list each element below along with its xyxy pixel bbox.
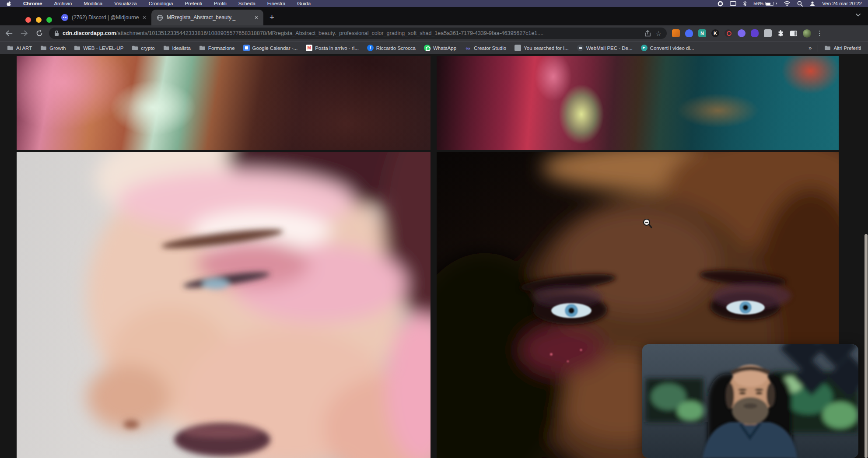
bookmark-label: Altri Preferiti [833,45,861,51]
bookmark-folder-growth[interactable]: Growth [40,45,66,51]
back-icon[interactable] [5,30,13,36]
bookmark-gmail-inbox[interactable]: M Posta in arrivo - ri... [306,45,359,51]
menu-item-modifica[interactable]: Modifica [84,1,102,6]
tab-close-icon[interactable]: × [143,14,146,21]
folder-icon [132,45,138,51]
bookmark-label: idealista [172,45,191,51]
chrome-menu-icon[interactable]: ⋮ [816,29,823,37]
grid-image-bottom-left[interactable] [17,152,430,458]
menu-item-cronologia[interactable]: Cronologia [149,1,173,6]
globe-favicon [157,14,163,21]
menu-item-visualizza[interactable]: Visualizza [114,1,137,6]
meta-infinity-icon: ∞ [465,45,471,51]
fullscreen-window-button[interactable] [46,17,52,23]
menu-item-profili[interactable]: Profili [214,1,227,6]
bookmark-folder-web-level-up[interactable]: WEB - LEVEL-UP [74,45,123,51]
url-text[interactable]: cdn.discordapp.com/attachments/101351233… [63,30,641,36]
folder-icon [40,45,47,51]
extensions-puzzle-icon[interactable] [777,30,784,37]
bookmark-star-icon[interactable]: ☆ [656,30,662,37]
bluetooth-icon[interactable] [743,1,747,7]
google-calendar-icon [243,45,250,51]
close-window-button[interactable] [25,17,31,23]
folder-icon [199,45,206,51]
tab-search-chevron-icon[interactable] [855,13,861,17]
bookmark-label: crypto [141,45,154,51]
bookmark-label: Posta in arrivo - ri... [315,45,359,51]
battery-icon [765,2,774,6]
folder-icon [163,45,170,51]
blue-extension-icon[interactable] [685,29,693,37]
forward-icon[interactable] [21,30,28,36]
bookmark-webmail-pec[interactable]: WebMail PEC - De... [577,45,633,51]
side-panel-icon[interactable] [790,30,798,37]
menu-item-scheda[interactable]: Scheda [238,1,256,6]
address-bar[interactable]: cdn.discordapp.com/attachments/101351233… [49,28,667,39]
bookmark-folder-ai-art[interactable]: AI ART [7,45,32,51]
apple-menu-icon[interactable] [6,1,11,7]
window-controls [25,17,52,23]
menu-item-guida[interactable]: Guida [297,1,311,6]
chrome-toolbar: cdn.discordapp.com/attachments/101351233… [0,25,868,41]
new-tab-button[interactable]: + [263,10,280,25]
webmail-icon [577,45,584,51]
tab-title: (2762) Discord | @Midjourney [72,14,139,21]
menu-item-chrome[interactable]: Chrome [23,1,42,6]
bookmark-folder-crypto[interactable]: crypto [132,45,154,51]
recording-icon[interactable] [718,1,723,7]
grid-image-top-left[interactable] [17,56,430,150]
bookmarks-divider [818,45,818,52]
webcam-overlay [642,344,858,458]
lock-icon[interactable] [54,30,59,36]
bookmark-label: Riccardo Scrocca [376,45,416,51]
tab-close-icon[interactable]: × [255,14,258,21]
notion-extension-icon[interactable]: N [698,29,706,37]
bookmark-label: You searched for I... [524,45,569,51]
bookmark-you-searched[interactable]: You searched for I... [514,45,569,51]
user-switch-icon[interactable] [809,1,816,7]
minimize-window-button[interactable] [36,17,42,23]
chrome-tab-strip: (2762) Discord | @Midjourney × MRregista… [0,7,868,25]
bookmark-label: WhatsApp [433,45,456,51]
bookmark-folder-idealista[interactable]: idealista [163,45,191,51]
purple-wing-extension-icon[interactable] [751,29,759,37]
battery-indicator[interactable]: 56% [753,1,777,6]
bookmarks-overflow-chevron[interactable]: » [808,45,812,51]
wifi-icon[interactable] [784,1,791,6]
tab-discord[interactable]: (2762) Discord | @Midjourney × [56,10,151,25]
bookmark-label: Google Calendar -... [252,45,298,51]
password-key-extension-icon[interactable] [724,29,732,37]
profile-avatar[interactable] [803,29,811,38]
video-convert-icon [641,45,648,51]
page-scrollbar-thumb[interactable] [864,234,868,458]
zoom-out-cursor [642,218,654,231]
bookmark-facebook-profile[interactable]: f Riccardo Scrocca [367,45,416,51]
share-icon[interactable] [645,30,651,37]
bookmark-google-calendar[interactable]: Google Calendar -... [243,45,298,51]
bookmark-label: WebMail PEC - De... [586,45,633,51]
menu-item-preferiti[interactable]: Preferiti [185,1,202,6]
spotlight-search-icon[interactable] [797,1,803,7]
menu-item-archivio[interactable]: Archivio [54,1,72,6]
other-bookmarks-folder[interactable]: Altri Preferiti [824,45,861,51]
bookmark-label: Formazione [208,45,235,51]
display-icon[interactable] [730,1,736,6]
menu-item-finestra[interactable]: Finestra [267,1,286,6]
keeper-extension-icon[interactable]: K [711,29,719,37]
gray-extension-icon[interactable] [764,29,772,37]
metamask-extension-icon[interactable] [672,29,680,37]
bookmark-converti-video[interactable]: Converti i video di... [641,45,694,51]
bookmark-creator-studio[interactable]: ∞ Creator Studio [465,45,506,51]
folder-icon [824,45,831,51]
tab-image-viewer[interactable]: MRregista_Abstract_beauty._ × [151,10,263,25]
bookmark-whatsapp[interactable]: WhatsApp [424,45,456,51]
portrait-pale-illustration [17,152,430,458]
gmail-icon: M [306,45,312,51]
reload-icon[interactable] [36,30,43,37]
menubar-clock[interactable]: Ven 24 mar 20:22 [822,1,862,6]
purple-ball-extension-icon[interactable] [738,29,746,37]
bookmark-folder-formazione[interactable]: Formazione [199,45,235,51]
grid-image-top-right[interactable] [437,56,839,150]
folder-icon [7,45,14,51]
whatsapp-icon [424,45,430,51]
